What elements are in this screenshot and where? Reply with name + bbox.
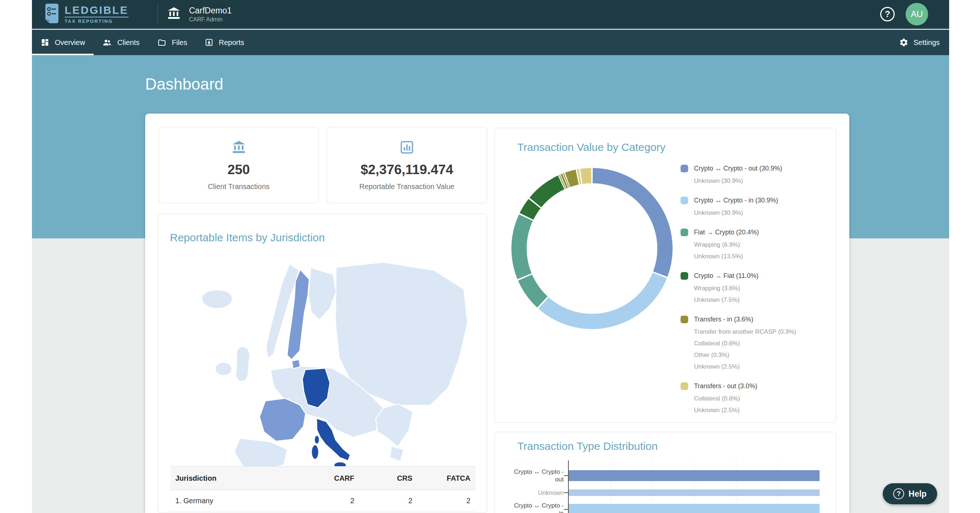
header-divider: [158, 4, 158, 24]
question-icon: ?: [893, 488, 904, 499]
settings-button[interactable]: Settings: [899, 30, 949, 55]
bar: [569, 504, 819, 513]
donut-chart: [509, 164, 676, 331]
legend-item: Crypto ↔ Crypto - in (30.9%): [681, 195, 831, 205]
tab-clients[interactable]: Clients: [94, 30, 148, 55]
bar-chart-card: Transaction Type Distribution Crypto ↔ C…: [494, 432, 836, 513]
map-country-corsica: [314, 435, 320, 444]
screen: LEDGIBLE TAX REPORTING CarfDemo1: [0, 0, 980, 513]
dashboard-grid-icon: [41, 38, 49, 47]
page-title: Dashboard: [145, 75, 223, 93]
donut-slice: [535, 183, 561, 202]
org-name: CarfDemo1: [189, 5, 232, 16]
folder-icon: [157, 38, 167, 47]
map-country-greece: [390, 446, 404, 462]
legend-sub-item: Wrapping (3.6%): [694, 283, 831, 294]
stat-value: $2,376,119.474: [360, 162, 453, 178]
chart-legend: Crypto ↔ Crypto - out (30.9%)Unknown (30…: [681, 164, 831, 425]
help-icon[interactable]: ?: [880, 7, 895, 21]
people-icon: [102, 38, 112, 47]
bar-label: Crypto ↔ Crypto - out: [513, 468, 564, 483]
legend-sub-item: Unknown (30.9%): [694, 207, 831, 219]
legend-swatch: [681, 197, 688, 204]
brand-logo[interactable]: LEDGIBLE TAX REPORTING: [43, 3, 129, 25]
org-text: CarfDemo1 CARF Admin: [189, 5, 232, 23]
map-country-france: [259, 399, 305, 441]
donut-slice: [578, 177, 580, 177]
report-download-icon: [205, 38, 213, 47]
legend-sub-list: Collateral (0.6%)Unknown (2.5%): [694, 393, 831, 416]
legend-sub-item: Other (0.3%): [694, 349, 831, 361]
bank-icon: [231, 140, 247, 156]
bar-chart: Crypto ↔ Crypto - outUnknownCrypto ↔ Cry…: [495, 432, 836, 513]
donut-slice: [527, 203, 535, 216]
cell-carf: 2: [301, 497, 360, 505]
legend-sub-list: Wrapping (6.9%)Unknown (13.5%): [694, 239, 831, 262]
cell-fatca: 2: [417, 497, 476, 505]
table-header-carf: CARF: [301, 474, 360, 483]
map-country-uk: [236, 347, 250, 381]
bank-icon: [167, 6, 181, 22]
stat-label: Client Transactions: [208, 183, 269, 191]
org-switcher[interactable]: CarfDemo1 CARF Admin: [167, 5, 232, 23]
table-header-fatca: FATCA: [417, 474, 476, 483]
donut-slice: [566, 180, 566, 181]
table-header-jurisdiction: Jurisdiction: [170, 474, 301, 483]
map-country-finland: [309, 267, 336, 320]
legend-label: Transfers - out (3.0%): [694, 381, 757, 391]
map-country-sicily: [334, 462, 346, 466]
help-label: Help: [908, 489, 927, 499]
dashboard-card: 250 Client Transactions $2,376,119.474 R…: [145, 114, 850, 513]
ledger-document-icon: [43, 3, 59, 25]
legend-label: Crypto ↔ Crypto - in (30.9%): [694, 195, 778, 205]
legend-item: Crypto ↔ Crypto - out (30.9%): [681, 164, 831, 173]
legend-sub-item: Collateral (0.6%): [694, 393, 831, 405]
tab-reports[interactable]: Reports: [196, 30, 253, 55]
table-header-crs: CRS: [360, 474, 417, 483]
tab-label: Overview: [55, 38, 85, 47]
legend-sub-item: Unknown (2.5%): [694, 405, 831, 416]
legend-swatch: [681, 272, 688, 280]
app-window: LEDGIBLE TAX REPORTING CarfDemo1: [32, 0, 949, 513]
tab-label: Files: [172, 38, 187, 47]
europe-map: [180, 249, 470, 466]
legend-sub-item: Unknown (13.5%): [694, 251, 831, 262]
legend-sub-list: Unknown (30.9%): [694, 207, 831, 219]
legend-sub-item: Collateral (0.6%): [694, 338, 831, 349]
map-country-iberia: [234, 438, 288, 466]
donut-slice: [568, 177, 578, 179]
settings-label: Settings: [913, 38, 940, 47]
legend-swatch: [681, 316, 688, 323]
table-row: 1. Germany222: [170, 490, 476, 511]
donut-card: Transaction Value by Category Crypto ↔ C…: [494, 128, 836, 422]
user-avatar[interactable]: AU: [905, 3, 928, 25]
map-country-sardinia: [312, 445, 319, 459]
tab-overview[interactable]: Overview: [32, 30, 94, 55]
stat-value: 250: [228, 162, 250, 178]
stat-card-reportable-value: $2,376,119.474 Reportable Transaction Va…: [327, 127, 487, 203]
jurisdiction-table: Jurisdiction CARF CRS FATCA 1. Germany22…: [170, 466, 476, 513]
legend-sub-list: Transfer from another RCASP (0.3%)Collat…: [694, 326, 831, 373]
legend-item: Crypto → Fiat (11.0%): [681, 271, 831, 280]
legend-swatch: [681, 383, 688, 390]
donut-slice: [519, 218, 526, 276]
legend-label: Fiat → Crypto (20.4%): [694, 227, 759, 237]
gear-icon: [899, 38, 908, 47]
brand-name: LEDGIBLE: [65, 5, 129, 17]
table-body: 1. Germany2222. Italy222: [170, 490, 476, 513]
axis-tick: [564, 475, 568, 476]
tab-label: Reports: [219, 38, 244, 47]
legend-swatch: [681, 165, 688, 172]
map-country-denmark: [292, 359, 300, 368]
tab-label: Clients: [117, 38, 139, 47]
legend-sub-item: Transfer from another RCASP (0.3%): [694, 326, 831, 338]
org-role: CARF Admin: [189, 16, 232, 23]
tab-files[interactable]: Files: [148, 30, 196, 55]
legend-sub-item: Unknown (30.9%): [694, 175, 831, 187]
legend-sub-item: Unknown (2.5%): [694, 361, 831, 373]
map-country-ireland: [215, 362, 232, 375]
legend-item: Transfers - in (3.6%): [681, 314, 831, 324]
brand-wordmark: LEDGIBLE TAX REPORTING: [65, 5, 129, 24]
help-button[interactable]: ? Help: [883, 483, 937, 504]
section-title: Reportable Items by Jurisdiction: [170, 232, 325, 244]
